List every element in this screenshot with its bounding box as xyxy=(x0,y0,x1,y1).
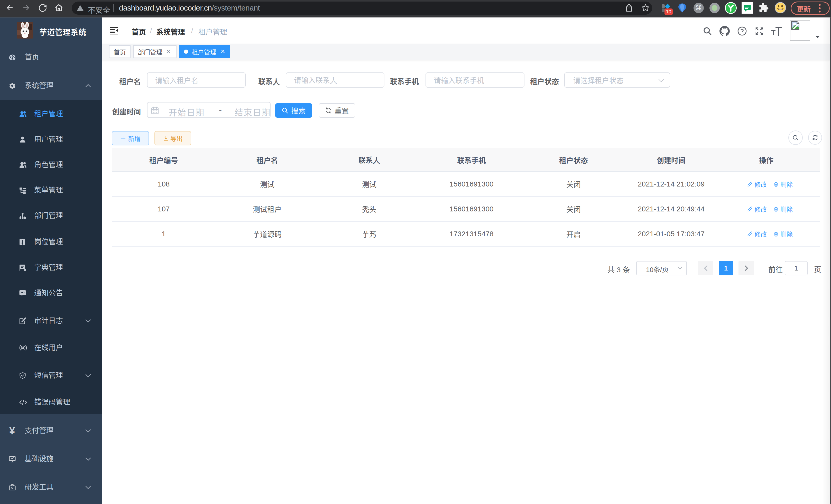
svg-text:⌘: ⌘ xyxy=(695,4,702,12)
